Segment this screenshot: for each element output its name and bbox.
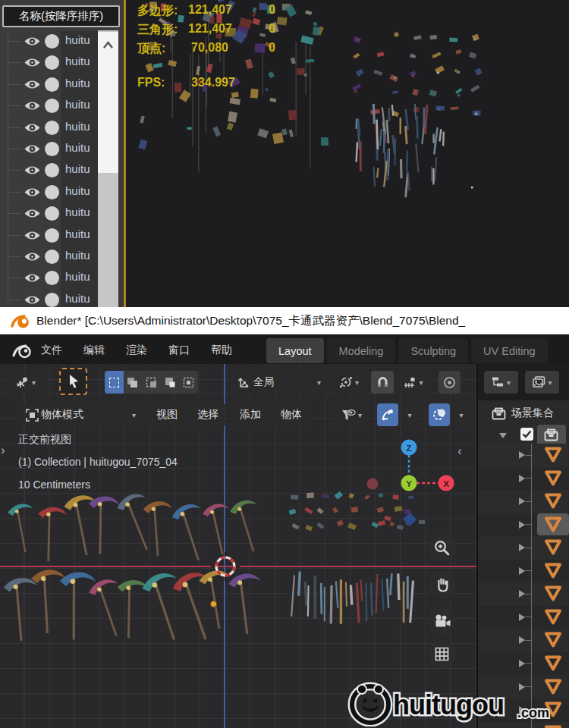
outliner-mesh-row[interactable] (478, 652, 569, 675)
add-menu[interactable]: 添加 (232, 403, 269, 426)
mode-dropdown[interactable]: 物体模式 ▾ (20, 403, 142, 426)
pan-button[interactable] (428, 570, 456, 598)
mesh-data-icon[interactable] (542, 677, 564, 696)
mesh-data-icon[interactable] (542, 700, 564, 719)
transform-orientation-dropdown[interactable]: 全局 ▾ (231, 371, 327, 394)
menu-file[interactable]: 文件 (36, 335, 67, 365)
outliner-mesh-row[interactable] (478, 467, 569, 490)
menu-window[interactable]: 窗口 (164, 335, 194, 365)
mesh-data-icon[interactable] (542, 654, 564, 673)
scroll-up-arrow-icon[interactable] (98, 36, 118, 55)
outliner-mesh-row[interactable] (478, 722, 569, 728)
render-dot-icon[interactable] (45, 142, 59, 156)
render-dot-icon[interactable] (45, 206, 59, 221)
3d-viewport[interactable]: ▾ (0, 364, 476, 728)
mesh-data-icon[interactable] (542, 630, 564, 649)
editor-type-selector[interactable]: ▾ (6, 371, 46, 394)
expand-arrow-icon[interactable] (519, 475, 526, 483)
visibility-eye-icon[interactable] (24, 271, 41, 284)
outliner-mesh-row[interactable] (478, 606, 569, 629)
render-dot-icon[interactable] (45, 77, 59, 92)
visibility-eye-icon[interactable] (24, 35, 41, 48)
render-dot-icon[interactable] (45, 271, 59, 285)
gizmos-dropdown[interactable]: ▾ (401, 403, 418, 426)
blender-app-menu-icon[interactable] (12, 341, 32, 359)
collection-row[interactable] (478, 425, 569, 446)
outliner-mesh-row[interactable] (478, 560, 569, 582)
mesh-data-icon[interactable] (542, 561, 564, 580)
active-tool-select-box[interactable] (59, 368, 87, 395)
expand-arrow-icon[interactable] (519, 660, 526, 668)
outliner-mesh-row[interactable] (478, 490, 569, 513)
collection-checkbox[interactable] (520, 428, 533, 441)
visibility-eye-icon[interactable] (24, 293, 41, 306)
expand-arrow-icon[interactable] (519, 521, 526, 529)
mesh-data-icon[interactable] (542, 491, 564, 510)
collection-icon-button[interactable] (537, 425, 566, 445)
expand-arrow-icon[interactable] (519, 706, 526, 714)
render-dot-icon[interactable] (45, 249, 59, 264)
tab-modeling[interactable]: Modeling (327, 338, 396, 363)
snap-settings-dropdown[interactable]: ▾ (395, 371, 431, 394)
expand-arrow-icon[interactable] (519, 451, 526, 460)
select-mode-subtract[interactable] (142, 371, 161, 394)
visibility-eye-icon[interactable] (24, 99, 41, 112)
select-mode-extend[interactable] (124, 371, 143, 394)
outliner-mesh-row[interactable] (478, 582, 569, 605)
render-dot-icon[interactable] (45, 99, 59, 113)
perspective-toggle-button[interactable] (428, 640, 456, 668)
visibility-eye-icon[interactable] (24, 56, 41, 69)
menu-render[interactable]: 渲染 (121, 335, 152, 365)
render-dot-icon[interactable] (45, 228, 59, 243)
view-menu[interactable]: 视图 (149, 403, 185, 426)
outliner-mesh-row[interactable] (478, 698, 569, 721)
outliner-mesh-row[interactable] (478, 676, 569, 698)
visibility-eye-icon[interactable] (24, 250, 41, 263)
outliner-filter-dropdown[interactable]: ▾ (525, 371, 559, 394)
visibility-eye-icon[interactable] (24, 186, 41, 199)
list-scrollbar[interactable] (98, 30, 118, 307)
mesh-data-icon[interactable] (542, 445, 564, 464)
window-titlebar[interactable]: Blender* [C:\Users\Administrator\Desktop… (0, 307, 569, 334)
show-hide-filter-dropdown[interactable]: ▾ (334, 403, 369, 426)
axis-navigation-gizmo[interactable]: Z Y X (357, 431, 463, 500)
render-dot-icon[interactable] (45, 34, 59, 49)
expand-arrow-icon[interactable] (519, 497, 526, 506)
tab-layout[interactable]: Layout (266, 338, 324, 363)
overlays-toggle[interactable] (429, 403, 450, 426)
select-mode-invert[interactable] (161, 371, 180, 394)
outliner-mesh-row[interactable] (478, 513, 569, 536)
tab-uv-editing[interactable]: UV Editing (471, 338, 548, 363)
menu-help[interactable]: 帮助 (206, 335, 237, 365)
mesh-data-icon[interactable] (542, 723, 564, 728)
select-mode-intersect[interactable] (179, 371, 198, 394)
visibility-eye-icon[interactable] (24, 164, 41, 177)
expand-arrow-icon[interactable] (519, 544, 526, 552)
expand-arrow-icon[interactable] (519, 613, 526, 622)
select-menu[interactable]: 选择 (190, 403, 226, 426)
collapse-arrow-icon[interactable] (499, 432, 508, 439)
render-dot-icon[interactable] (45, 293, 59, 307)
visibility-eye-icon[interactable] (24, 78, 41, 91)
gizmos-toggle[interactable] (377, 403, 398, 426)
zoom-button[interactable] (428, 534, 456, 562)
pivot-point-dropdown[interactable]: ▾ (332, 371, 366, 394)
outliner-mesh-row[interactable] (478, 629, 569, 651)
scene-collection-row[interactable]: 场景集合 (478, 402, 569, 425)
object-menu[interactable]: 物体 (273, 403, 310, 426)
mesh-data-icon[interactable] (542, 538, 564, 557)
visibility-eye-icon[interactable] (24, 121, 41, 134)
camera-view-button[interactable] (428, 607, 456, 635)
select-mode-set[interactable] (105, 371, 124, 394)
mesh-data-icon[interactable] (542, 515, 564, 534)
visibility-eye-icon[interactable] (24, 143, 41, 155)
mesh-data-icon[interactable] (542, 469, 564, 488)
visibility-eye-icon[interactable] (24, 207, 41, 220)
snap-toggle-button[interactable] (371, 371, 394, 394)
mesh-data-icon[interactable] (542, 584, 564, 603)
mesh-data-icon[interactable] (542, 607, 564, 626)
menu-edit[interactable]: 编辑 (79, 335, 109, 365)
expand-arrow-icon[interactable] (519, 636, 526, 645)
outliner-display-mode-dropdown[interactable]: ▾ (484, 371, 518, 394)
expand-arrow-icon[interactable] (519, 567, 526, 576)
